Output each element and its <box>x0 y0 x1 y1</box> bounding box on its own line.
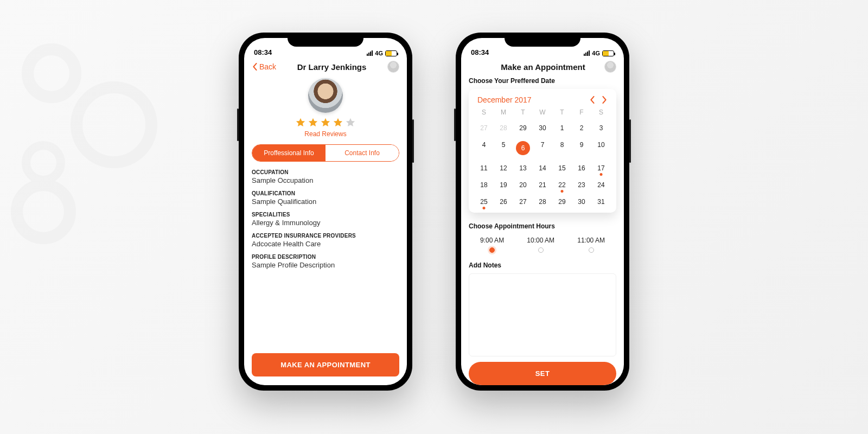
hour-option[interactable]: 10:00 AM <box>527 237 554 253</box>
calendar-day[interactable]: 28 <box>494 122 513 135</box>
signal-icon <box>584 50 590 56</box>
notes-textarea[interactable] <box>469 273 616 356</box>
calendar-card: December 2017 SMTWTFS2728293012345678910… <box>469 89 616 213</box>
occupation-value: Sample Occupation <box>252 176 399 184</box>
calendar-day[interactable]: 1 <box>552 122 572 135</box>
calendar-day[interactable]: 20 <box>513 178 533 192</box>
calendar-day[interactable]: 14 <box>533 162 552 175</box>
star-icon <box>345 117 356 128</box>
choose-hours-label: Choose Appointment Hours <box>469 222 616 230</box>
calendar-day[interactable]: 5 <box>494 138 513 158</box>
info-tabs: Proffessional Info Contact Info <box>252 144 399 162</box>
calendar-dow: W <box>533 108 552 118</box>
qualification-value: Sample Qualification <box>252 197 399 206</box>
user-avatar-icon[interactable] <box>604 61 616 73</box>
doctor-avatar <box>308 78 343 113</box>
page-title: Make an Appointment <box>482 62 604 72</box>
calendar-day[interactable]: 30 <box>533 122 552 135</box>
qualification-label: QUALIFICATION <box>252 190 399 196</box>
star-icon <box>308 117 318 128</box>
radio-icon <box>589 247 594 253</box>
user-avatar-icon[interactable] <box>387 61 399 73</box>
calendar-day[interactable]: 25 <box>474 195 494 208</box>
add-notes-label: Add Notes <box>469 261 616 269</box>
hour-option[interactable]: 11:00 AM <box>577 237 605 253</box>
calendar-day[interactable]: 9 <box>572 138 591 158</box>
network-label: 4G <box>375 50 383 56</box>
hour-label: 11:00 AM <box>577 237 605 244</box>
rating-stars <box>252 117 399 128</box>
calendar-dow: S <box>474 108 494 118</box>
profile-desc-label: PROFILE DESCRIPTION <box>252 254 399 260</box>
specialities-value: Allergy & Immunology <box>252 219 399 227</box>
calendar-day[interactable]: 31 <box>591 195 611 208</box>
signal-icon <box>367 50 373 56</box>
read-reviews-link[interactable]: Read Reviews <box>252 130 399 138</box>
status-time: 08:34 <box>254 48 272 56</box>
calendar-dow: S <box>591 108 611 118</box>
phone-mockup-profile: 08:34 4G Back Dr Larry Jenkings Read Rev <box>239 33 412 391</box>
calendar-day[interactable]: 26 <box>494 195 513 208</box>
calendar-day[interactable]: 22 <box>552 178 572 192</box>
choose-date-label: Choose Your Preffered Date <box>469 77 616 85</box>
calendar-day[interactable]: 19 <box>494 178 513 192</box>
radio-icon <box>538 247 544 253</box>
hour-option[interactable]: 9:00 AM <box>480 237 504 253</box>
hour-label: 9:00 AM <box>480 237 504 244</box>
calendar-day[interactable]: 12 <box>494 162 513 175</box>
calendar-dow: M <box>494 108 513 118</box>
status-time: 08:34 <box>471 48 489 56</box>
calendar-next-button[interactable] <box>601 96 608 104</box>
calendar-day[interactable]: 7 <box>533 138 552 158</box>
star-icon <box>320 117 331 128</box>
tab-contact-info[interactable]: Contact Info <box>326 145 399 161</box>
radio-icon <box>489 247 495 253</box>
calendar-day[interactable]: 27 <box>513 195 533 208</box>
calendar-day[interactable]: 23 <box>572 178 591 192</box>
back-label: Back <box>259 62 276 71</box>
phone-mockup-appointment: 08:34 4G Make an Appointment Choose Your… <box>456 33 629 391</box>
insurance-value: Adcocate Health Care <box>252 240 399 248</box>
calendar-day[interactable]: 29 <box>513 122 533 135</box>
occupation-label: OCCUPATION <box>252 169 399 175</box>
calendar-day[interactable]: 29 <box>552 195 572 208</box>
specialities-label: SPECIALITIES <box>252 212 399 218</box>
star-icon <box>333 117 343 128</box>
battery-icon <box>385 50 397 56</box>
calendar-dow: T <box>552 108 572 118</box>
calendar-day[interactable]: 17 <box>591 162 611 175</box>
calendar-month-label: December 2017 <box>477 95 532 104</box>
calendar-day[interactable]: 11 <box>474 162 494 175</box>
calendar-day[interactable]: 6 <box>513 138 533 158</box>
calendar-day[interactable]: 21 <box>533 178 552 192</box>
calendar-day[interactable]: 27 <box>474 122 494 135</box>
hour-label: 10:00 AM <box>527 237 554 244</box>
hours-row: 9:00 AM10:00 AM11:00 AM <box>469 237 616 253</box>
calendar-day[interactable]: 15 <box>552 162 572 175</box>
calendar-day[interactable]: 3 <box>591 122 611 135</box>
calendar-grid: SMTWTFS272829301234567891011121314151617… <box>474 108 611 208</box>
chevron-left-icon <box>252 63 258 71</box>
tab-professional-info[interactable]: Proffessional Info <box>252 145 326 161</box>
calendar-day[interactable]: 28 <box>533 195 552 208</box>
calendar-dow: T <box>513 108 533 118</box>
star-icon <box>295 117 306 128</box>
calendar-day[interactable]: 4 <box>474 138 494 158</box>
network-label: 4G <box>592 50 600 56</box>
calendar-day[interactable]: 16 <box>572 162 591 175</box>
calendar-prev-button[interactable] <box>589 96 596 104</box>
calendar-day[interactable]: 18 <box>474 178 494 192</box>
insurance-label: ACCEPTED INSURRANCE PROVIDERS <box>252 233 399 239</box>
calendar-day[interactable]: 8 <box>552 138 572 158</box>
page-title: Dr Larry Jenkings <box>276 62 387 72</box>
calendar-day[interactable]: 10 <box>591 138 611 158</box>
calendar-day[interactable]: 30 <box>572 195 591 208</box>
calendar-day[interactable]: 13 <box>513 162 533 175</box>
set-button[interactable]: SET <box>469 362 616 385</box>
battery-icon <box>602 50 614 56</box>
calendar-dow: F <box>572 108 591 118</box>
calendar-day[interactable]: 2 <box>572 122 591 135</box>
make-appointment-button[interactable]: MAKE AN APPOINTMENT <box>252 353 399 376</box>
back-button[interactable]: Back <box>252 62 276 71</box>
calendar-day[interactable]: 24 <box>591 178 611 192</box>
